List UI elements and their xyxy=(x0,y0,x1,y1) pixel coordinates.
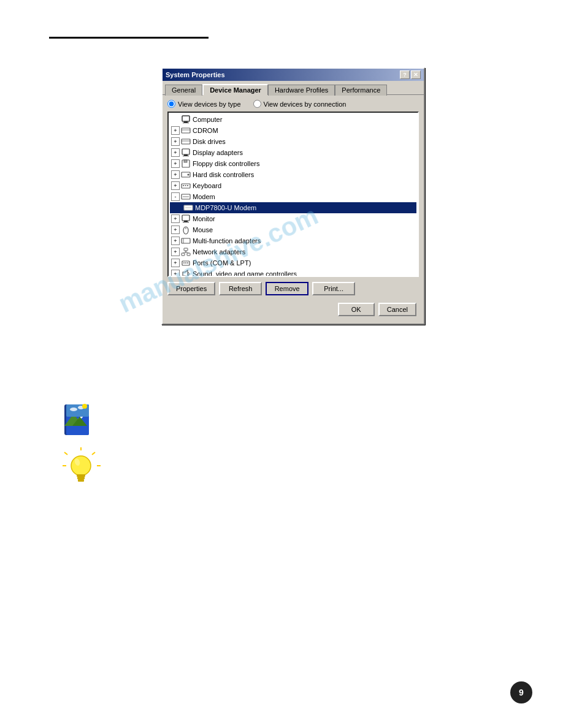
expand-harddisk[interactable]: + xyxy=(171,170,180,179)
ok-button[interactable]: OK xyxy=(338,303,375,316)
monitor-icon xyxy=(181,214,191,224)
tree-item-multi[interactable]: + Multi-function adapters xyxy=(170,235,416,246)
dialog-titlebar: System Properties ? ✕ xyxy=(163,69,424,81)
expand-sound[interactable]: + xyxy=(171,270,180,277)
view-options-row: View devices by type View devices by con… xyxy=(167,100,419,108)
tree-item-ports[interactable]: + Ports (COM & LPT) xyxy=(170,257,416,268)
svg-rect-8 xyxy=(184,154,188,156)
svg-rect-22 xyxy=(182,215,190,221)
expand-cdrom[interactable]: + xyxy=(171,126,180,135)
svg-rect-30 xyxy=(182,253,185,256)
svg-rect-16 xyxy=(185,185,186,186)
harddisk-icon xyxy=(181,170,191,180)
tree-label-floppy: Floppy disk controllers xyxy=(193,160,259,167)
ports-icon xyxy=(181,258,191,268)
svg-rect-23 xyxy=(184,221,188,222)
tree-label-mdp7800: MDP7800-U Modem xyxy=(195,204,256,211)
mdp-modem-icon xyxy=(183,203,193,213)
svg-rect-17 xyxy=(187,185,188,186)
expand-ports[interactable]: + xyxy=(171,259,180,267)
tree-label-ports: Ports (COM & LPT) xyxy=(193,259,251,267)
svg-point-37 xyxy=(185,262,186,264)
expand-disk[interactable]: + xyxy=(171,137,180,146)
network-icon xyxy=(181,247,191,257)
expand-display[interactable]: + xyxy=(171,148,180,157)
device-tree[interactable]: Computer + CDROM + Disk drives + xyxy=(167,112,419,277)
tree-item-mdp7800[interactable]: MDP7800-U Modem xyxy=(170,202,416,213)
view-by-type-label: View devices by type xyxy=(178,100,241,108)
tree-item-network[interactable]: + Network adapters xyxy=(170,246,416,257)
decorative-icons: ? xyxy=(61,398,104,490)
view-by-connection-label: View devices by connection xyxy=(264,100,347,108)
tab-hardware-profiles[interactable]: Hardware Profiles xyxy=(268,85,335,96)
tab-device-manager[interactable]: Device Manager xyxy=(202,84,268,95)
svg-rect-27 xyxy=(182,238,190,243)
properties-button[interactable]: Properties xyxy=(167,282,215,295)
display-icon xyxy=(181,148,191,157)
tree-item-disk[interactable]: + Disk drives xyxy=(170,136,416,147)
tree-label-harddisk: Hard disk controllers xyxy=(193,171,254,178)
modem-icon xyxy=(181,192,191,202)
tree-label-sound: Sound, video and game controllers xyxy=(193,270,297,277)
dialog-tabs: General Device Manager Hardware Profiles… xyxy=(163,81,424,94)
expand-network[interactable]: + xyxy=(171,248,180,256)
expand-mouse[interactable]: + xyxy=(171,226,180,234)
tree-label-keyboard: Keyboard xyxy=(193,182,221,189)
svg-rect-0 xyxy=(182,116,190,121)
tree-item-harddisk[interactable]: + Hard disk controllers xyxy=(170,169,416,180)
view-by-connection-radio[interactable] xyxy=(253,100,261,108)
help-button[interactable]: ? xyxy=(400,70,410,79)
svg-line-53 xyxy=(92,452,95,455)
tree-item-monitor[interactable]: + Monitor xyxy=(170,213,416,224)
tree-item-modem[interactable]: - Modem xyxy=(170,191,416,202)
remove-button[interactable]: Remove xyxy=(266,282,308,295)
tab-general[interactable]: General xyxy=(165,85,202,96)
sound-icon xyxy=(181,269,191,277)
print-button[interactable]: Print... xyxy=(312,282,355,295)
svg-rect-29 xyxy=(184,248,188,251)
svg-point-36 xyxy=(183,262,185,264)
expand-monitor[interactable]: + xyxy=(171,214,180,223)
dialog-title: System Properties xyxy=(166,71,225,78)
svg-rect-1 xyxy=(184,121,188,123)
svg-point-13 xyxy=(188,174,190,176)
tree-label-monitor: Monitor xyxy=(193,215,215,222)
refresh-button[interactable]: Refresh xyxy=(219,282,262,295)
svg-point-49 xyxy=(70,408,77,411)
tab-performance[interactable]: Performance xyxy=(335,85,387,96)
ok-cancel-buttons: OK Cancel xyxy=(167,300,419,319)
system-properties-dialog: System Properties ? ✕ General Device Man… xyxy=(161,67,425,325)
tree-item-floppy[interactable]: + Floppy disk controllers xyxy=(170,158,416,169)
expand-keyboard[interactable]: + xyxy=(171,181,180,190)
expand-modem[interactable]: - xyxy=(171,192,180,201)
tree-label-modem: Modem xyxy=(193,193,215,200)
cancel-button[interactable]: Cancel xyxy=(378,303,416,316)
cdrom-icon xyxy=(181,126,191,135)
expand-floppy[interactable]: + xyxy=(171,159,180,168)
close-button[interactable]: ✕ xyxy=(411,70,421,79)
tree-label-display: Display adapters xyxy=(193,149,243,156)
tree-item-mouse[interactable]: + Mouse xyxy=(170,224,416,235)
disk-icon xyxy=(181,137,191,146)
tree-label-cdrom: CDROM xyxy=(193,127,218,134)
mouse-icon xyxy=(181,225,191,235)
svg-point-38 xyxy=(187,262,188,264)
computer-icon xyxy=(181,115,191,124)
expand-multi[interactable]: + xyxy=(171,237,180,245)
svg-rect-9 xyxy=(183,156,189,156)
tree-item-cdrom[interactable]: + CDROM xyxy=(170,125,416,136)
svg-rect-5 xyxy=(182,139,190,144)
view-by-connection-option[interactable]: View devices by connection xyxy=(253,100,347,108)
tree-item-keyboard[interactable]: + Keyboard xyxy=(170,180,416,191)
svg-rect-31 xyxy=(187,253,190,256)
view-by-type-radio[interactable] xyxy=(167,100,175,108)
svg-rect-59 xyxy=(77,474,85,477)
tree-item-sound[interactable]: + Sound, video and game controllers xyxy=(170,268,416,277)
tree-item-computer[interactable]: Computer xyxy=(170,114,416,125)
svg-rect-11 xyxy=(184,160,187,162)
view-by-type-option[interactable]: View devices by type xyxy=(167,100,241,108)
keyboard-icon xyxy=(181,181,191,191)
lightbulb-icon xyxy=(61,447,104,490)
tree-label-disk: Disk drives xyxy=(193,138,226,145)
tree-item-display[interactable]: + Display adapters xyxy=(170,147,416,158)
